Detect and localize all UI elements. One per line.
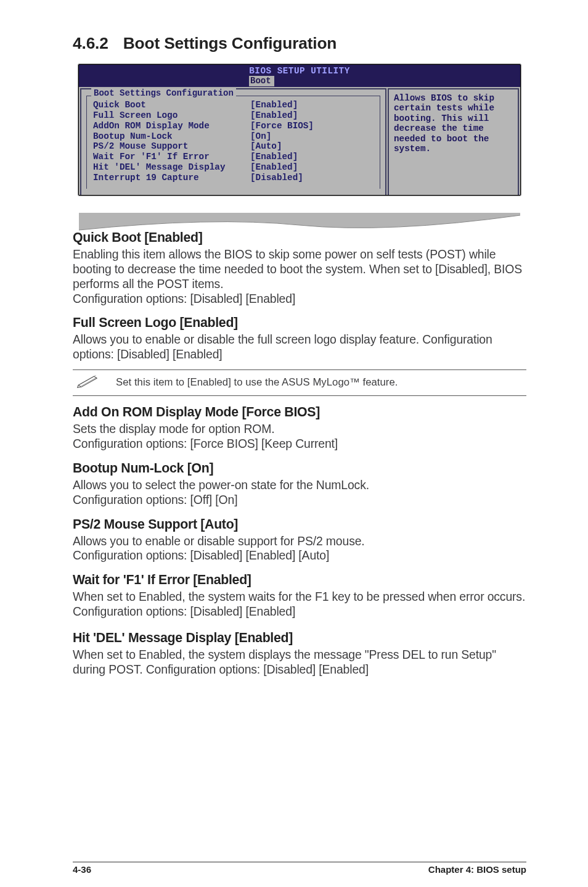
bios-item-name: Quick Boot xyxy=(93,100,250,110)
section-number: 4.6.2 xyxy=(73,34,108,53)
body-text: Sets the display mode for option ROM. xyxy=(73,422,526,437)
bios-item-value: [Auto] xyxy=(250,141,282,152)
bios-row: Full Screen Logo[Enabled] xyxy=(93,110,376,121)
bios-item-value: [On] xyxy=(250,131,271,142)
bios-item-value: [Enabled] xyxy=(250,162,298,173)
bios-item-name: Interrupt 19 Capture xyxy=(93,173,250,183)
bios-item-name: Hit 'DEL' Message Display xyxy=(93,162,250,173)
bios-item-value: [Enabled] xyxy=(250,100,298,110)
subsection-heading: PS/2 Mouse Support [Auto] xyxy=(73,517,526,532)
body-text: Configuration options: [Disabled] [Enabl… xyxy=(73,292,526,307)
bios-title: BIOS SETUP UTILITY xyxy=(79,65,520,76)
bios-screenshot: BIOS SETUP UTILITY Boot Boot Settings Co… xyxy=(78,64,521,196)
bios-curve-decoration xyxy=(79,213,520,234)
bios-panel-title: Boot Settings Configuration xyxy=(91,88,236,98)
body-text: Configuration options: [Disabled] [Enabl… xyxy=(73,548,526,563)
bios-item-value: [Disabled] xyxy=(250,173,303,183)
bios-row: Hit 'DEL' Message Display[Enabled] xyxy=(93,162,376,173)
subsection-heading: Bootup Num-Lock [On] xyxy=(73,461,526,476)
body-text: When set to Enabled, the system displays… xyxy=(73,648,526,677)
section-title: Boot Settings Configuration xyxy=(123,34,337,52)
svg-line-1 xyxy=(81,377,97,386)
bios-row: PS/2 Mouse Support[Auto] xyxy=(93,141,376,152)
bios-tab-row: Boot xyxy=(79,76,520,87)
bios-row: AddOn ROM Display Mode[Force BIOS] xyxy=(93,121,376,131)
svg-line-0 xyxy=(80,376,96,384)
note-callout: Set this item to [Enabled] to use the AS… xyxy=(73,369,526,396)
bios-item-name: Bootup Num-Lock xyxy=(93,131,250,142)
bios-item-value: [Enabled] xyxy=(250,110,298,121)
bios-item-name: AddOn ROM Display Mode xyxy=(93,121,250,131)
body-text: Allows you to enable or disable the full… xyxy=(73,332,526,362)
body-text: Allows you to enable or disable support … xyxy=(73,534,526,549)
subsection-heading: Hit 'DEL' Message Display [Enabled] xyxy=(73,630,526,646)
subsection-heading: Wait for 'F1' If Error [Enabled] xyxy=(73,572,526,588)
bios-left-panel: Boot Settings Configuration Quick Boot[E… xyxy=(80,88,386,195)
page-number: 4-36 xyxy=(73,864,91,875)
subsection-heading: Add On ROM Display Mode [Force BIOS] xyxy=(73,405,526,420)
bios-item-value: [Force BIOS] xyxy=(250,121,314,131)
bios-item-name: PS/2 Mouse Support xyxy=(93,141,250,152)
curve-icon xyxy=(79,213,520,234)
body-text: Configuration options: [Force BIOS] [Kee… xyxy=(73,437,526,452)
section-heading: 4.6.2Boot Settings Configuration xyxy=(73,34,526,53)
bios-row: Quick Boot[Enabled] xyxy=(93,100,376,110)
pencil-icon xyxy=(73,374,116,390)
bios-row: Bootup Num-Lock[On] xyxy=(93,131,376,142)
body-text: When set to Enabled, the system waits fo… xyxy=(73,590,526,619)
page-footer: 4-36 Chapter 4: BIOS setup xyxy=(73,862,526,875)
body-text: Configuration options: [Off] [On] xyxy=(73,493,526,508)
bios-row: Wait For 'F1' If Error[Enabled] xyxy=(93,152,376,162)
note-text: Set this item to [Enabled] to use the AS… xyxy=(116,376,398,389)
body-text: Allows you to select the power-on state … xyxy=(73,478,526,493)
bios-item-name: Full Screen Logo xyxy=(93,110,250,121)
bios-item-value: [Enabled] xyxy=(250,152,298,162)
bios-help-panel: Allows BIOS to skip certain tests while … xyxy=(388,88,519,195)
bios-row: Interrupt 19 Capture[Disabled] xyxy=(93,173,376,183)
subsection-heading: Full Screen Logo [Enabled] xyxy=(73,315,526,331)
body-text: Enabling this item allows the BIOS to sk… xyxy=(73,247,526,292)
bios-item-name: Wait For 'F1' If Error xyxy=(93,152,250,162)
bios-help-text: Allows BIOS to skip certain tests while … xyxy=(394,93,494,154)
chapter-label: Chapter 4: BIOS setup xyxy=(428,864,526,875)
bios-tab-boot: Boot xyxy=(249,76,274,86)
